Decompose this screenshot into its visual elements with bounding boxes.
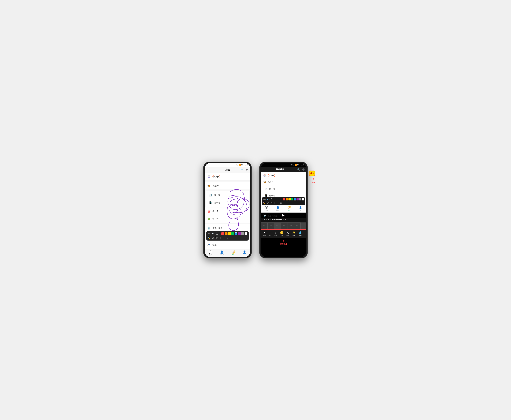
left-phone-screen: 0K/s 📶 54% 21:19 发现 🔍 ➕	[205, 163, 250, 257]
left-add-icon[interactable]: ➕	[246, 169, 248, 171]
ve-tool-sticker[interactable]: 😊 贴纸	[278, 231, 285, 237]
ve-tool-filter[interactable]: ◎ 滤镜	[285, 231, 291, 237]
ve-tool-cut[interactable]: ✂ 剪辑	[262, 231, 267, 237]
ve-swatch-yellow[interactable]	[288, 198, 291, 201]
left-menu-souysou[interactable]: ✳️ 搜一搜 ›	[205, 215, 250, 223]
left-nav-wechat[interactable]: 💬 微信	[205, 250, 216, 256]
left-battery: 54%	[241, 164, 244, 166]
left-menu-pengyouquan[interactable]: 🎡 朋友圈 ›	[205, 173, 250, 180]
ve-bordered-section: 🔄 扫一扫 📳 摇一摇	[262, 186, 305, 199]
ve-live-text: 直播和附近	[268, 215, 303, 217]
ve-cut-icon: ✂	[263, 231, 266, 234]
left-shake-icon: 📳	[208, 201, 212, 205]
left-search-icon[interactable]: 🔍	[241, 169, 244, 171]
ve-size-large[interactable]	[271, 198, 272, 200]
ve-save-label[interactable]: 保存	[312, 181, 315, 184]
left-section-live: 📡 直播和附近 ›	[205, 224, 250, 232]
left-menu-shake[interactable]: 📳 摇一摇	[206, 199, 249, 207]
left-color-size-row: 大小	[208, 232, 247, 235]
ve-swatch-green[interactable]	[291, 198, 293, 201]
ve-skip-back[interactable]: ⏮	[262, 219, 263, 221]
left-swatch-purple[interactable]	[238, 232, 241, 235]
ve-nav-wechat[interactable]: 💬 微信	[261, 206, 272, 211]
ve-swatch-orange[interactable]	[286, 198, 288, 201]
left-menu-scan[interactable]: 🔄 扫一扫	[206, 191, 249, 199]
left-menu-kanyikan[interactable]: 🎯 看一看 ›	[205, 207, 250, 215]
ve-add-clip-btn[interactable]: ＋	[301, 223, 306, 229]
left-swatch-red[interactable]	[221, 232, 224, 235]
right-phone-frame: 0.05K/s 📶 54% 21:18 ‹ 视频编辑 🔍 ➕	[259, 162, 308, 258]
ve-size-medium[interactable]	[269, 199, 270, 200]
left-tool-close[interactable]: ✕	[226, 237, 228, 240]
ve-tool-watermark[interactable]: 💧 水印	[297, 231, 303, 237]
ve-swatch-purple[interactable]	[296, 198, 299, 201]
ve-tool-shape[interactable]: ⬚	[271, 202, 273, 204]
left-signal-icon: 📶	[239, 164, 241, 166]
ve-shipinhao-text: 视频号	[268, 181, 303, 183]
left-menu-miniapp[interactable]: 💻 小程序 ›	[205, 249, 250, 249]
ve-title: 视频编辑	[263, 168, 297, 171]
ve-menu-shipinhao[interactable]: 🦋 视频号 ›	[261, 179, 306, 185]
ve-swatch-red[interactable]	[283, 198, 286, 201]
ve-tool-sep: |	[274, 202, 275, 204]
left-status-speed: 0K/s	[236, 164, 238, 166]
ve-tool-audio[interactable]: ♪ 声音	[273, 231, 278, 237]
left-nav-me-icon: 👤	[243, 250, 246, 254]
ve-menu-pengyouquan[interactable]: 🎡 朋友圈 ›	[261, 172, 306, 179]
ve-pengyouquan-text: 朋友圈	[268, 174, 303, 177]
ve-tool-text[interactable]: T 文字	[267, 231, 273, 237]
ve-back-btn[interactable]: ‹	[262, 168, 263, 171]
ve-tool-undo[interactable]: ↩	[277, 202, 278, 204]
ve-menu-scan[interactable]: 🔄 扫一扫	[262, 186, 305, 192]
ve-nav-discover[interactable]: 🧭 发现	[284, 206, 295, 211]
left-swatch-white[interactable]	[245, 232, 247, 235]
ve-tool-brush[interactable]: 🖊	[267, 202, 269, 204]
ve-swatch-white[interactable]	[302, 198, 304, 201]
left-nav-me[interactable]: 👤 我	[239, 250, 250, 256]
left-tool-undo[interactable]: ↩	[223, 237, 225, 240]
left-nav-contacts[interactable]: 👤 通讯录	[216, 250, 227, 256]
ve-nav-contacts[interactable]: 👤 通讯录	[272, 206, 284, 211]
left-nav-discover[interactable]: 🧭 发现	[227, 250, 239, 256]
left-swatch-green[interactable]	[231, 232, 234, 235]
left-kanyikan-text: 看一看	[212, 210, 248, 213]
left-menu-shipinhao[interactable]: 🦋 视频号 ›	[205, 182, 250, 190]
ve-tool-close[interactable]: ✕	[280, 202, 282, 204]
left-menu-game[interactable]: 🎮 游戏 ›	[205, 241, 250, 249]
left-nav-discover-label: 发现	[232, 254, 234, 256]
ve-filter-label: 滤镜	[286, 235, 289, 237]
left-bottom-nav: 💬 微信 👤 通讯录 🧭 发现 👤 我	[205, 249, 250, 257]
left-tool-shape[interactable]: ⬚	[216, 237, 218, 240]
ve-text-label: 文字	[269, 235, 271, 237]
ve-nav-me[interactable]: 👤 我	[295, 206, 306, 211]
ve-add-icon[interactable]: ➕	[302, 168, 305, 171]
ve-pengyouquan-circle: 朋友圈	[268, 174, 275, 177]
left-swatch-orange[interactable]	[225, 232, 227, 235]
ve-nav-contacts-label: 通讯录	[276, 209, 279, 211]
left-tool-brush[interactable]: 🖊	[212, 237, 215, 240]
ve-tool-effect[interactable]: ✨ 特效	[291, 231, 297, 237]
ve-pengyouquan-icon: 🎡	[263, 174, 266, 177]
ve-skip-fwd[interactable]: ⏭	[287, 219, 288, 221]
left-menu-live[interactable]: 📡 直播和附近 ›	[205, 224, 250, 232]
left-size-large[interactable]	[216, 232, 218, 235]
left-swatch-blue[interactable]	[235, 232, 237, 235]
ve-swatch-gray[interactable]	[299, 198, 301, 201]
pengyouquan-circle: 朋友圈	[212, 175, 220, 178]
ve-scan-text: 扫一扫	[269, 188, 303, 190]
ve-time-2: 02:04	[268, 219, 271, 221]
ve-swatch-blue[interactable]	[294, 198, 296, 201]
ve-export-btn[interactable]: 导出	[309, 171, 315, 176]
left-size-medium[interactable]	[213, 233, 215, 234]
left-swatch-gray[interactable]	[241, 232, 244, 235]
left-size-label: 大小	[208, 233, 210, 235]
ve-menu-live[interactable]: 📡 直播和附近 ›	[261, 213, 306, 219]
ve-video-tools-arrow: ↑	[283, 239, 284, 243]
ve-tool-pen[interactable]: ✏️	[263, 202, 265, 204]
left-swatch-yellow[interactable]	[228, 232, 231, 235]
ve-search-icon[interactable]: 🔍	[297, 168, 300, 171]
left-app-title: 发现	[225, 168, 230, 171]
ve-size-small[interactable]	[267, 199, 268, 200]
left-tool-pen[interactable]: ✏️	[208, 237, 210, 240]
left-size-small[interactable]	[212, 233, 213, 234]
